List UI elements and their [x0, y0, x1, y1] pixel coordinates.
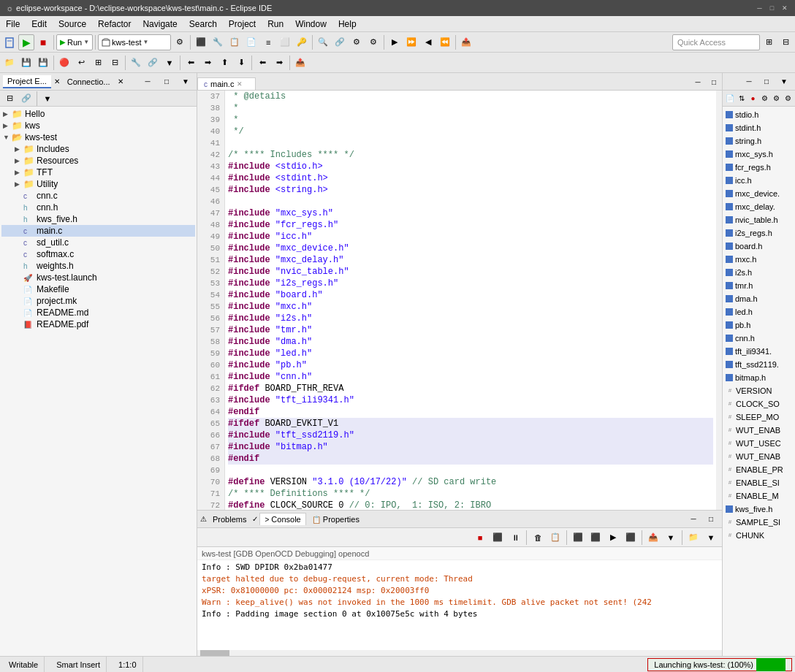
console-copy[interactable]: 📋 [547, 530, 563, 546]
panel-maximize[interactable]: □ [159, 74, 175, 90]
outline-item[interactable]: tmr.h [724, 279, 794, 292]
outline-item[interactable]: kws_five.h [724, 503, 794, 516]
rp-btn-2[interactable]: ⇅ [736, 91, 747, 107]
outline-item[interactable]: #CLOCK_SO [724, 397, 794, 411]
tb2-btn-12[interactable]: ⬆ [216, 55, 232, 71]
menu-project[interactable]: Project [223, 16, 262, 31]
tb-btn-12[interactable]: ▶ [387, 34, 403, 50]
tree-item-resources[interactable]: ▶ 📁 Resources [1, 155, 195, 167]
tree-item-hello[interactable]: ▶ 📁 Hello [1, 108, 195, 120]
rp-menu[interactable]: ▼ [776, 74, 792, 90]
minimize-button[interactable]: ─ [755, 4, 764, 13]
tb-btn-13[interactable]: ⏩ [403, 34, 419, 50]
tb-btn-11[interactable]: ⚙ [365, 34, 381, 50]
outline-item[interactable]: stdint.h [724, 121, 794, 134]
tb2-btn-4[interactable]: ↩ [73, 55, 89, 71]
outline-item[interactable]: mxc_delay. [724, 200, 794, 213]
vertical-scrollbar[interactable] [716, 91, 722, 510]
tab-console[interactable]: > Console [259, 513, 305, 525]
tree-item-kws-test[interactable]: ▼ 📂 kws-test [1, 131, 195, 143]
tb2-btn-10[interactable]: ⬅ [183, 55, 199, 71]
tb2-btn-8[interactable]: 🔗 [145, 55, 161, 71]
tb2-btn-9[interactable]: ▼ [161, 55, 178, 71]
tree-item-cnn-c[interactable]: c cnn.c [1, 190, 195, 202]
outline-item[interactable]: pb.h [724, 318, 794, 332]
tb2-btn-11[interactable]: ➡ [199, 55, 216, 71]
outline-item[interactable]: tft_ssd2119. [724, 358, 794, 371]
close-button[interactable]: ✕ [780, 4, 789, 13]
console-btn4[interactable]: ⬛ [623, 530, 639, 546]
tree-item-launch[interactable]: 🚀 kws-test.launch [1, 272, 195, 283]
outline-item[interactable]: #ENABLE_PR [724, 463, 794, 476]
tree-item-makefile[interactable]: 📄 Makefile [1, 283, 195, 295]
stop-btn[interactable]: ■ [35, 34, 51, 50]
editor-tab-main-c[interactable]: c main.c ✕ [197, 77, 256, 90]
outline-item[interactable]: i2s.h [724, 266, 794, 279]
tree-item-kws-five-h[interactable]: h kws_five.h [1, 213, 195, 225]
tb2-btn-5[interactable]: ⊞ [90, 55, 106, 71]
rp-btn-4[interactable]: ⚙ [759, 91, 770, 107]
rp-min[interactable]: ─ [741, 74, 757, 90]
console-btn8[interactable]: ▼ [703, 530, 719, 546]
tb-btn-16[interactable]: 📤 [458, 34, 474, 50]
tb2-btn-16[interactable]: 📤 [292, 55, 308, 71]
tree-item-includes[interactable]: ▶ 📁 Includes [1, 143, 195, 155]
tree-item-kws[interactable]: ▶ 📁 kws [1, 120, 195, 131]
tree-item-utility[interactable]: ▶ 📁 Utility [1, 178, 195, 190]
tb-btn-15[interactable]: ⏪ [437, 34, 453, 50]
tb-btn-14[interactable]: ◀ [420, 34, 436, 50]
menu-help[interactable]: Help [332, 16, 362, 31]
perspective-btn2[interactable]: ⊟ [777, 34, 794, 50]
tb2-btn-15[interactable]: ➡ [271, 55, 287, 71]
run-btn[interactable]: ▶ [18, 34, 34, 50]
menu-window[interactable]: Window [289, 16, 332, 31]
tb2-btn-2[interactable]: 💾 [18, 55, 34, 71]
tb2-btn-7[interactable]: 🔧 [128, 55, 144, 71]
settings-btn[interactable]: ⚙ [172, 34, 188, 50]
tb-btn-5[interactable]: ≡ [260, 34, 276, 50]
panel-view-menu[interactable]: ▼ [178, 74, 194, 90]
outline-item[interactable]: #VERSION [724, 384, 794, 397]
console-hscroll-thumb[interactable] [200, 650, 229, 656]
console-btn2[interactable]: ⬛ [587, 530, 604, 546]
outline-item[interactable]: #ENABLE_SI [724, 476, 794, 489]
outline-item[interactable]: nvic_table.h [724, 213, 794, 226]
console-btn7[interactable]: 📁 [685, 530, 701, 546]
tb-btn-3[interactable]: 📋 [227, 34, 243, 50]
tab-conn-close[interactable]: ✕ [118, 77, 123, 85]
menu-refactor[interactable]: Refactor [92, 16, 137, 31]
console-suspend[interactable]: ⏸ [507, 530, 523, 546]
maximize-button[interactable]: □ [767, 4, 777, 13]
tb-btn-8[interactable]: 🔍 [315, 34, 331, 50]
outline-item[interactable]: #SAMPLE_SI [724, 516, 794, 529]
outline-item[interactable]: led.h [724, 305, 794, 318]
tree-item-cnn-h[interactable]: h cnn.h [1, 202, 195, 213]
tree-item-softmax-c[interactable]: c softmax.c [1, 248, 195, 260]
outline-item[interactable]: i2s_regs.h [724, 226, 794, 240]
tb-btn-7[interactable]: 🔑 [294, 34, 310, 50]
menu-run[interactable]: Run [262, 16, 289, 31]
editor-max[interactable]: □ [706, 74, 722, 90]
tb2-btn-1[interactable]: 📁 [1, 55, 18, 71]
rp-btn-3[interactable]: ● [748, 91, 758, 107]
tb-btn-6[interactable]: ⬜ [277, 34, 293, 50]
menu-source[interactable]: Source [53, 16, 92, 31]
outline-item[interactable]: mxc_device. [724, 187, 794, 200]
menu-edit[interactable]: Edit [26, 16, 53, 31]
tb-btn-4[interactable]: 📄 [243, 34, 259, 50]
console-min[interactable]: ─ [685, 511, 701, 527]
tb2-btn-6[interactable]: ⊟ [107, 55, 123, 71]
tb2-btn-13[interactable]: ⬇ [233, 55, 249, 71]
panel-minimize[interactable]: ─ [140, 74, 156, 90]
outline-item[interactable]: #ENABLE_M [724, 489, 794, 503]
outline-item[interactable]: #WUT_USEC [724, 437, 794, 450]
tb-btn-2[interactable]: 🔧 [210, 34, 226, 50]
outline-item[interactable]: bitmap.h [724, 371, 794, 384]
outline-item[interactable]: icc.h [724, 174, 794, 187]
console-hscroll[interactable] [197, 650, 722, 656]
new-button[interactable] [1, 34, 18, 50]
tree-item-tft[interactable]: ▶ 📁 TFT [1, 167, 195, 178]
outline-item[interactable]: dma.h [724, 292, 794, 305]
console-btn3[interactable]: ▶ [605, 530, 621, 546]
tree-item-main-c[interactable]: c main.c [1, 225, 195, 237]
